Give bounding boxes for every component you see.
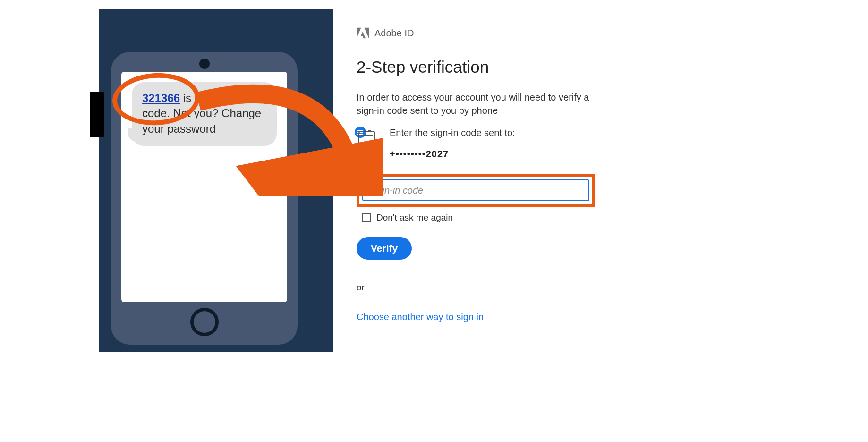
phone-camera-dot (199, 59, 210, 69)
signin-code-input[interactable] (362, 179, 589, 201)
dont-ask-label: Don't ask me again (376, 212, 453, 223)
masked-phone-number: +••••••••2027 (390, 149, 595, 160)
panel-header-text: Adobe ID (374, 28, 414, 39)
phone-home-button (190, 308, 219, 336)
phone-sms-icon (357, 128, 377, 158)
or-text: or (357, 282, 365, 293)
input-highlight-annotation (357, 174, 595, 207)
panel-description: In order to access your account you will… (357, 91, 595, 117)
or-divider: or (357, 282, 595, 293)
choose-another-way-link[interactable]: Choose another way to sign in (357, 312, 595, 323)
enter-code-label: Enter the sign-in code sent to: (390, 128, 595, 138)
panel-header: Adobe ID (357, 27, 595, 39)
phone-info-row: Enter the sign-in code sent to: +•••••••… (357, 128, 595, 160)
page-title: 2-Step verification (357, 58, 595, 76)
side-tab-artifact (90, 92, 104, 137)
dont-ask-checkbox[interactable] (362, 213, 371, 222)
verify-button[interactable]: Verify (357, 237, 412, 260)
verification-panel: Adobe ID 2-Step verification In order to… (333, 9, 619, 352)
adobe-logo-icon (357, 27, 369, 39)
